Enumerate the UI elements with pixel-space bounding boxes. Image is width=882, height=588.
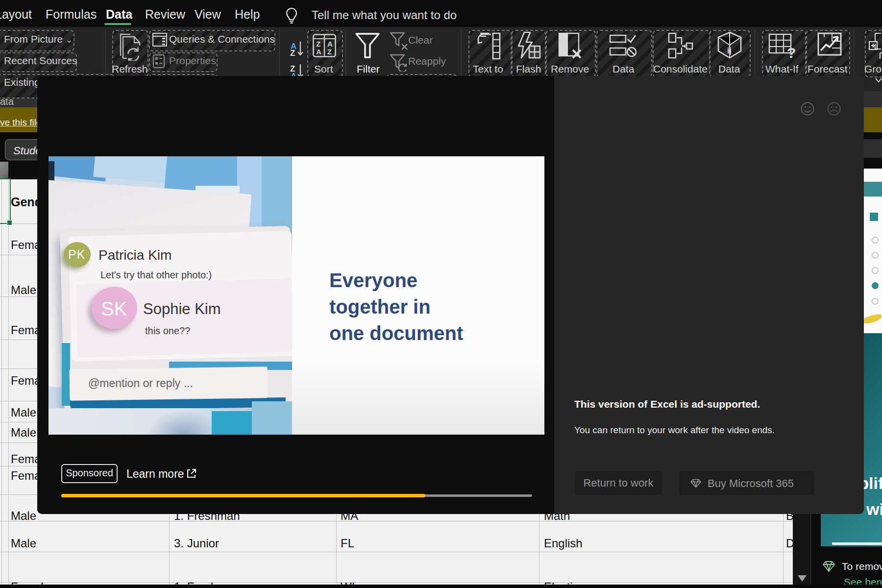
svg-text:Z: Z [327,48,332,56]
svg-text:?: ? [787,45,796,59]
svg-text:Z: Z [316,40,320,48]
svg-text:ij: ij [727,47,732,55]
svg-text:A: A [327,40,333,48]
svg-text:A: A [316,48,321,56]
